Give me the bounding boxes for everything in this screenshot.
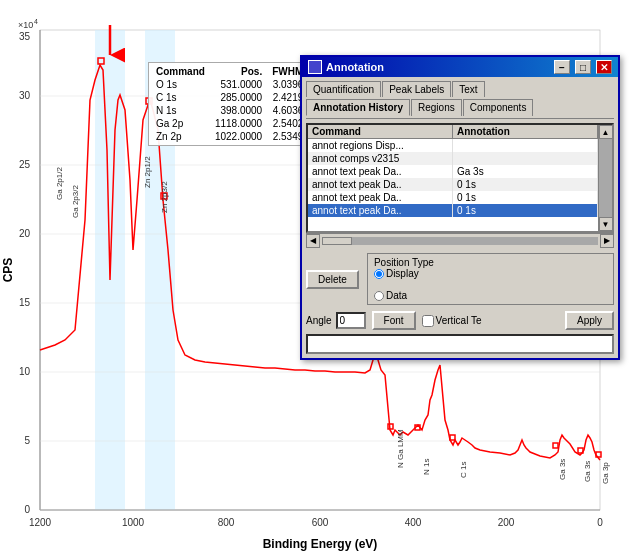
- delete-button[interactable]: Delete: [306, 270, 359, 289]
- list-scrollbar[interactable]: ▲ ▼: [598, 125, 612, 231]
- table-cell: 531.0000: [210, 78, 267, 91]
- tab-peak-labels[interactable]: Peak Labels: [382, 81, 451, 97]
- svg-text:1200: 1200: [29, 517, 52, 528]
- table-cell: 1118.0000: [210, 117, 267, 130]
- svg-text:N 1s: N 1s: [422, 459, 431, 475]
- annotation-list-container: Command Annotation annot regions Disp...…: [306, 123, 614, 233]
- vertical-text-label: Vertical Te: [436, 315, 482, 326]
- angle-input[interactable]: [336, 312, 366, 329]
- maximize-button[interactable]: □: [575, 60, 591, 74]
- svg-text:400: 400: [405, 517, 422, 528]
- radio-data[interactable]: [374, 291, 384, 301]
- svg-text:Ga 2p1/2: Ga 2p1/2: [55, 167, 64, 200]
- table-cell: Zn 2p: [151, 130, 210, 143]
- apply-button[interactable]: Apply: [565, 311, 614, 330]
- svg-text:600: 600: [312, 517, 329, 528]
- angle-row: Angle: [306, 312, 366, 329]
- svg-text:Ga 2p3/2: Ga 2p3/2: [71, 185, 80, 218]
- radio-display[interactable]: [374, 269, 384, 279]
- svg-text:15: 15: [19, 297, 31, 308]
- minimize-button[interactable]: −: [554, 60, 570, 74]
- tab-quantification[interactable]: Quantification: [306, 81, 381, 97]
- list-cell-annotation: 0 1s: [453, 204, 598, 217]
- list-cell-annotation: 0 1s: [453, 191, 598, 204]
- list-cell-annotation: [453, 152, 598, 165]
- dialog-titlebar: Annotation − □ ✕: [302, 57, 618, 77]
- svg-text:Ga 3s: Ga 3s: [558, 459, 567, 480]
- close-button[interactable]: ✕: [596, 60, 612, 74]
- list-cell-command: annot regions Disp...: [308, 139, 453, 152]
- svg-text:20: 20: [19, 228, 31, 239]
- h-scrollbar: ◀ ▶: [306, 233, 614, 247]
- list-header: Command Annotation: [308, 125, 598, 139]
- radio-display-label[interactable]: Display: [374, 268, 607, 279]
- tab-text[interactable]: Text: [452, 81, 484, 97]
- angle-label: Angle: [306, 315, 332, 326]
- tab-annotation-history[interactable]: Annotation History: [306, 99, 410, 116]
- vertical-text-option: Vertical Te: [422, 315, 482, 327]
- vertical-text-checkbox[interactable]: [422, 315, 434, 327]
- col-pos: Pos.: [210, 65, 267, 78]
- dialog-title: Annotation: [326, 61, 384, 73]
- annotation-dialog: Annotation − □ ✕ Quantification Peak Lab…: [300, 55, 620, 360]
- table-cell: 285.0000: [210, 91, 267, 104]
- svg-text:×10: ×10: [18, 20, 33, 30]
- header-annotation: Annotation: [453, 125, 598, 138]
- dialog-icon: [308, 60, 322, 74]
- svg-text:800: 800: [218, 517, 235, 528]
- tab-components[interactable]: Components: [463, 99, 534, 116]
- scroll-down-button[interactable]: ▼: [599, 217, 613, 231]
- svg-text:Zn 2p3/2: Zn 2p3/2: [160, 181, 169, 213]
- table-cell: N 1s: [151, 104, 210, 117]
- svg-text:0: 0: [597, 517, 603, 528]
- svg-text:0: 0: [24, 504, 30, 515]
- scroll-track: [599, 139, 613, 217]
- svg-text:4: 4: [34, 18, 38, 25]
- scroll-up-button[interactable]: ▲: [599, 125, 613, 139]
- text-input-row: [306, 334, 614, 354]
- col-name: Command: [151, 65, 210, 78]
- controls-row-2: Angle Font Vertical Te Apply: [306, 311, 614, 330]
- tab-row-1: Quantification Peak Labels Text: [306, 81, 614, 97]
- position-type-label: Position Type: [374, 257, 434, 268]
- list-cell-command: annot text peak Da..: [308, 191, 453, 204]
- radio-data-text: Data: [386, 290, 407, 301]
- table-cell: C 1s: [151, 91, 210, 104]
- controls-row-1: Delete Position Type Display Data: [306, 253, 614, 305]
- radio-data-label[interactable]: Data: [374, 290, 607, 301]
- svg-text:Ga 3p: Ga 3p: [601, 462, 610, 484]
- list-cell-annotation: Ga 3s: [453, 165, 598, 178]
- list-item[interactable]: annot text peak Da..0 1s: [308, 191, 598, 204]
- list-rows: annot regions Disp...annot comps v2315an…: [308, 139, 598, 231]
- svg-text:35: 35: [19, 31, 31, 42]
- h-scroll-track: [322, 237, 598, 245]
- list-item[interactable]: annot comps v2315: [308, 152, 598, 165]
- list-cell-annotation: 0 1s: [453, 178, 598, 191]
- list-item[interactable]: annot text peak Da..0 1s: [308, 178, 598, 191]
- svg-text:C 1s: C 1s: [459, 462, 468, 478]
- list-item[interactable]: annot text peak Da..0 1s: [308, 204, 598, 217]
- svg-text:Zn 2p1/2: Zn 2p1/2: [143, 156, 152, 188]
- font-button[interactable]: Font: [372, 311, 416, 330]
- text-input-field[interactable]: [306, 334, 614, 354]
- tab-regions[interactable]: Regions: [411, 99, 462, 116]
- svg-text:10: 10: [19, 366, 31, 377]
- table-cell: 398.0000: [210, 104, 267, 117]
- table-cell: Ga 2p: [151, 117, 210, 130]
- h-scroll-left-button[interactable]: ◀: [306, 234, 320, 248]
- h-scroll-thumb: [322, 237, 352, 245]
- svg-text:25: 25: [19, 159, 31, 170]
- svg-text:Binding Energy (eV): Binding Energy (eV): [263, 537, 378, 551]
- list-cell-command: annot text peak Da..: [308, 165, 453, 178]
- svg-text:30: 30: [19, 90, 31, 101]
- list-cell-command: annot comps v2315: [308, 152, 453, 165]
- list-item[interactable]: annot text peak Da..Ga 3s: [308, 165, 598, 178]
- position-type-group: Position Type Display Data: [367, 253, 614, 305]
- list-cell-annotation: [453, 139, 598, 152]
- svg-text:CPS: CPS: [1, 258, 15, 283]
- h-scroll-right-button[interactable]: ▶: [600, 234, 614, 248]
- list-item[interactable]: annot regions Disp...: [308, 139, 598, 152]
- svg-text:5: 5: [24, 435, 30, 446]
- svg-text:200: 200: [498, 517, 515, 528]
- radio-display-text: Display: [386, 268, 419, 279]
